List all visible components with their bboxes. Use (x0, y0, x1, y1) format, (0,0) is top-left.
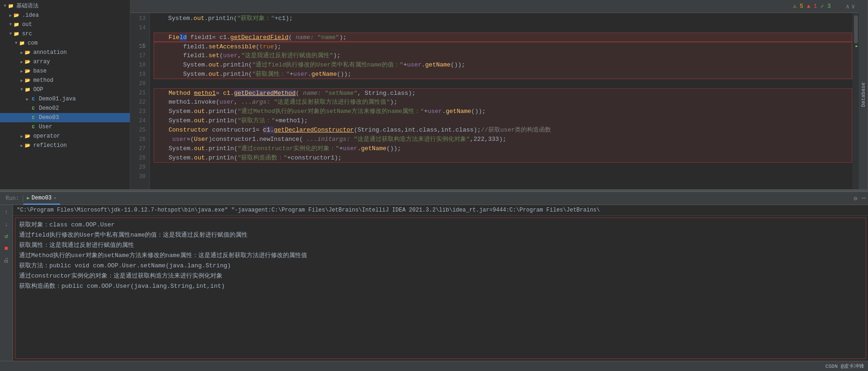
sidebar-item-Demo03[interactable]: ▶ C Demo03 (0, 113, 130, 122)
code-line-21: Method metho1= c1.getDeclaredMethod( nam… (154, 88, 852, 98)
run-down-button[interactable]: ↓ (1, 219, 12, 229)
sidebar-item-com[interactable]: ▼ 📁 com (0, 39, 130, 48)
code-container: 13 14 15 16 17 18 19 20 21 22 23 24 25 2… (130, 13, 859, 189)
sidebar-item-OOP[interactable]: ▼ 📁 OOP (0, 85, 130, 94)
marker-green-1 (855, 46, 857, 47)
file-tree: ▼ 📁 基础语法 ▶ 📂 .idea ▼ 📁 out ▼ 📁 src ▼ 📁 c… (0, 0, 130, 189)
line-num-23: 23 (130, 107, 146, 116)
minimize-button[interactable]: − (861, 194, 866, 203)
code-line-20 (154, 79, 852, 88)
run-up-button[interactable]: ↑ (1, 207, 12, 217)
code-lines: System.out.println("获取对象："+c1); Field fi… (150, 13, 852, 189)
chevron-icon: ▶ (9, 13, 12, 18)
code-line-25: Constructor constructor1= c1.getDeclared… (154, 126, 852, 135)
sidebar-item-Demo02[interactable]: ▶ C Demo02 (0, 104, 130, 113)
folder-open-icon: 📁 (13, 21, 20, 28)
sidebar-item-annotation[interactable]: ▶ 📂 annotation (0, 48, 130, 57)
sidebar-item-label: src (22, 31, 32, 37)
code-line-30 (154, 172, 852, 181)
output-line-2: 通过field执行修改的User类中私有属性name的值：这是我通过反射进行赋值… (19, 230, 862, 240)
folder-icon: 📂 (24, 58, 31, 66)
line-num-13: 13 (130, 14, 146, 23)
chevron-icon: ▶ (20, 60, 23, 65)
code-line-22: metho1.invoke(user, ...args: "这是通过反射获取方法… (154, 98, 852, 107)
code-line-24: System.out.println("获取方法："+metho1); (154, 116, 852, 126)
status-bar: CSDN @皮卡冲锋 (0, 361, 868, 371)
chevron-icon: ▼ (9, 22, 12, 27)
code-line-23: System.out.println("通过Method执行的user对象的se… (154, 107, 852, 116)
code-line-17: field1.set(user,"这是我通过反射进行赋值的属性"); (154, 51, 852, 60)
line-num-26: 26 (130, 135, 146, 144)
chevron-icon: ▶ (26, 97, 28, 102)
line-num-24: 24 (130, 116, 146, 126)
chevron-icon: ▶ (20, 50, 23, 55)
settings-button[interactable]: ⚙ (854, 195, 857, 202)
line-num-16: 16 (130, 42, 146, 51)
print-button[interactable]: 🖨 (1, 255, 12, 265)
chevron-icon: ▶ (20, 143, 23, 148)
line-num-28: 28 (130, 153, 146, 163)
rerun-button[interactable]: ↺ (1, 231, 12, 241)
chevron-icon: ▼ (20, 87, 23, 92)
run-tab-name: Demo03 (32, 195, 52, 201)
sidebar-item-Demo01[interactable]: ▶ C Demo01.java (0, 94, 130, 104)
code-line-27: System.out.println("通过constructor实例化的对象：… (154, 144, 852, 153)
nav-down-button[interactable]: ∨ (851, 3, 855, 10)
sidebar-item-label: User (39, 124, 52, 130)
folder-icon: 📂 (24, 132, 31, 140)
chevron-icon: ▶ (20, 134, 23, 139)
sidebar-item-label: Demo01.java (39, 96, 75, 102)
output-line-1: 获取对象：class com.OOP.User (19, 220, 862, 230)
project-root[interactable]: ▼ 📁 基础语法 (0, 1, 130, 11)
java-class-icon: C (29, 114, 37, 121)
code-line-15: Field field1= c1.getDeclaredField( name:… (154, 33, 852, 42)
sidebar-item-label: Demo03 (39, 114, 59, 121)
code-line-13: System.out.println("获取对象："+c1); (154, 14, 852, 23)
output-line-6: 通过constructor实例化的对象：这是通过获取构造方法来进行实例化对象 (19, 271, 862, 281)
project-root-label: 基础语法 (16, 2, 39, 10)
sidebar-item-User[interactable]: ▶ C User (0, 122, 130, 132)
line-num-17: 17 (130, 51, 146, 60)
sidebar-item-reflection[interactable]: ▶ 📂 reflection (0, 141, 130, 150)
folder-icon: 📂 (24, 142, 31, 149)
tab-close-button[interactable]: ✕ (54, 195, 56, 201)
line-num-19: 19 (130, 70, 146, 79)
warning-red: ▲ 1 (807, 3, 817, 10)
line-num-18: 18 (130, 60, 146, 70)
sidebar-item-out[interactable]: ▼ 📁 out (0, 20, 130, 29)
sidebar-item-method[interactable]: ▶ 📂 method (0, 76, 130, 85)
status-bar-right: CSDN @皮卡冲锋 (825, 363, 864, 370)
stop-button[interactable]: ■ (1, 243, 12, 253)
run-panel: Run: ▶ Demo03 ✕ ⚙ − ↑ ↓ ↺ ■ 🖨 "C:\Progra… (0, 191, 868, 361)
code-line-19: System.out.println("获取属性："+user.getName(… (154, 70, 852, 79)
output-line-7: 获取构造函数：public com.OOP.User(java.lang.Str… (19, 281, 862, 292)
line-numbers: 13 14 15 16 17 18 19 20 21 22 23 24 25 2… (130, 13, 150, 189)
run-command-line: "C:\Program Files\Microsoft\jdk-11.0.12.… (13, 205, 868, 216)
chevron-icon: ▶ (20, 78, 23, 83)
run-tab-demo03[interactable]: ▶ Demo03 ✕ (23, 192, 60, 205)
sidebar-item-idea[interactable]: ▶ 📂 .idea (0, 11, 130, 20)
sidebar-item-label: array (33, 59, 50, 65)
line-num-22: 22 (130, 98, 146, 107)
editor-header: ⚠ 5 ▲ 1 ✓ 3 ∧ ∨ (130, 0, 859, 13)
sidebar-item-src[interactable]: ▼ 📁 src (0, 29, 130, 39)
folder-open-icon: 📁 (13, 30, 20, 38)
sidebar-item-operator[interactable]: ▶ 📂 operator (0, 132, 130, 141)
sidebar-item-label: out (22, 21, 32, 28)
folder-icon: 📂 (24, 49, 31, 56)
database-panel[interactable]: Database (859, 0, 868, 189)
code-line-16: field1.setAccessible(true); (154, 42, 852, 51)
sidebar-item-label: annotation (33, 49, 67, 56)
run-icon: ▶ (27, 195, 30, 201)
editor-nav-buttons[interactable]: ∧ ∨ (846, 3, 855, 10)
scrollbar-thumb[interactable] (854, 15, 858, 43)
nav-up-button[interactable]: ∧ (846, 3, 849, 10)
line-num-30: 30 (130, 172, 146, 181)
main-area: ▼ 📁 基础语法 ▶ 📂 .idea ▼ 📁 out ▼ 📁 src ▼ 📁 c… (0, 0, 868, 189)
sidebar-item-array[interactable]: ▶ 📂 array (0, 57, 130, 66)
sidebar-item-base[interactable]: ▶ 📂 base (0, 66, 130, 76)
console-output: "C:\Program Files\Microsoft\jdk-11.0.12.… (13, 205, 868, 361)
chevron-icon: ▼ (4, 4, 6, 8)
editor-scrollbar (852, 13, 859, 189)
folder-icon: 📂 (24, 67, 31, 75)
